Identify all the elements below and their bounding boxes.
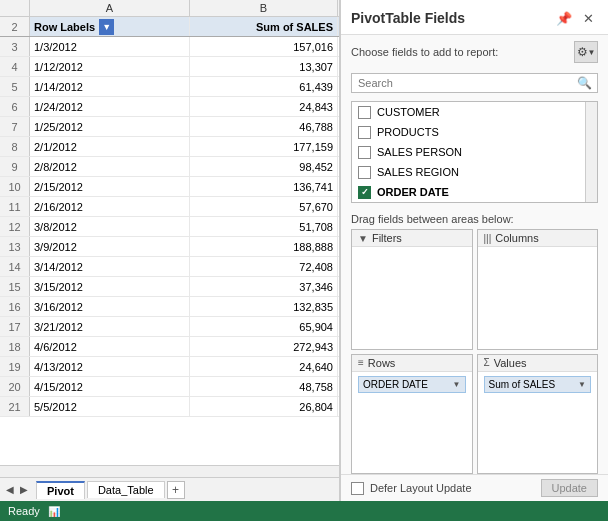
- drop-zone-columns[interactable]: ||| Columns: [477, 229, 599, 350]
- value-cell: 57,670: [190, 197, 338, 216]
- date-cell: 1/24/2012: [30, 97, 190, 116]
- row-num-cell: 10: [0, 177, 30, 196]
- value-cell: 61,439: [190, 77, 338, 96]
- row-num-cell: 14: [0, 257, 30, 276]
- table-row[interactable]: 16 3/16/2012 132,835: [0, 297, 339, 317]
- value-cell: 132,835: [190, 297, 338, 316]
- date-cell: 1/12/2012: [30, 57, 190, 76]
- date-cell: 4/13/2012: [30, 357, 190, 376]
- table-row[interactable]: 6 1/24/2012 24,843: [0, 97, 339, 117]
- drop-zone-filters[interactable]: ▼ Filters: [351, 229, 473, 350]
- drop-item[interactable]: Sum of SALES ▼: [484, 376, 592, 393]
- drop-zone-icon: |||: [484, 233, 492, 244]
- value-cell: 37,346: [190, 277, 338, 296]
- table-row[interactable]: 8 2/1/2012 177,159: [0, 137, 339, 157]
- drop-item-arrow: ▼: [578, 380, 586, 389]
- status-text: Ready: [8, 505, 40, 517]
- table-row[interactable]: 17 3/21/2012 65,904: [0, 317, 339, 337]
- value-cell: 72,408: [190, 257, 338, 276]
- pin-button[interactable]: 📌: [554, 8, 574, 28]
- table-row[interactable]: 11 2/16/2012 57,670: [0, 197, 339, 217]
- field-checkbox: ✓: [358, 186, 371, 199]
- field-item[interactable]: SALES REGION: [352, 162, 585, 182]
- drop-item-arrow: ▼: [453, 380, 461, 389]
- row-labels-cell[interactable]: Row Labels ▼: [30, 17, 190, 36]
- update-button[interactable]: Update: [541, 479, 598, 497]
- fields-scrollbar[interactable]: [585, 102, 597, 202]
- field-item[interactable]: PRODUCTS: [352, 122, 585, 142]
- date-cell: 3/21/2012: [30, 317, 190, 336]
- drop-zone-label: Columns: [495, 232, 538, 244]
- field-item[interactable]: ✓ ORDER DATE: [352, 182, 585, 202]
- date-cell: 3/16/2012: [30, 297, 190, 316]
- sheet-tab-pivot[interactable]: Pivot: [36, 481, 85, 499]
- tab-right-arrow[interactable]: ▶: [18, 484, 30, 495]
- add-sheet-button[interactable]: +: [167, 481, 185, 499]
- fields-list-wrapper: CUSTOMER PRODUCTS SALES PERSON SALES REG…: [351, 101, 598, 203]
- field-label: ORDER DATE: [377, 186, 449, 198]
- table-row[interactable]: 7 1/25/2012 46,788: [0, 117, 339, 137]
- table-row[interactable]: 21 5/5/2012 26,804: [0, 397, 339, 417]
- close-button[interactable]: ✕: [578, 8, 598, 28]
- field-item[interactable]: CUSTOMER: [352, 102, 585, 122]
- date-cell: 1/25/2012: [30, 117, 190, 136]
- table-row[interactable]: 9 2/8/2012 98,452: [0, 157, 339, 177]
- drop-item[interactable]: ORDER DATE ▼: [358, 376, 466, 393]
- search-input[interactable]: [351, 73, 598, 93]
- value-cell: 46,788: [190, 117, 338, 136]
- table-row[interactable]: 3 1/3/2012 157,016: [0, 37, 339, 57]
- table-row[interactable]: 5 1/14/2012 61,439: [0, 77, 339, 97]
- field-checkbox: [358, 166, 371, 179]
- date-cell: 2/16/2012: [30, 197, 190, 216]
- drop-zone-content: Sum of SALES ▼: [478, 372, 598, 474]
- spreadsheet: A B 2 Row Labels ▼ Sum of SALES 3 1/3/20…: [0, 0, 340, 501]
- table-row[interactable]: 12 3/8/2012 51,708: [0, 217, 339, 237]
- drop-zone-icon: Σ: [484, 357, 490, 368]
- table-row[interactable]: 14 3/14/2012 72,408: [0, 257, 339, 277]
- field-checkbox: [358, 106, 371, 119]
- gear-button[interactable]: ⚙ ▼: [574, 41, 598, 63]
- drop-zone-values[interactable]: Σ Values Sum of SALES ▼: [477, 354, 599, 475]
- row-num-cell: 18: [0, 337, 30, 356]
- table-row[interactable]: 10 2/15/2012 136,741: [0, 177, 339, 197]
- sheet-tab-data-table[interactable]: Data_Table: [87, 481, 165, 498]
- table-row[interactable]: 19 4/13/2012 24,640: [0, 357, 339, 377]
- row-num-cell: 7: [0, 117, 30, 136]
- row-labels-dropdown[interactable]: ▼: [99, 19, 114, 35]
- row-num-cell: 21: [0, 397, 30, 416]
- tab-controls: ◀ ▶: [4, 484, 30, 495]
- table-row[interactable]: 18 4/6/2012 272,943: [0, 337, 339, 357]
- tab-left-arrow[interactable]: ◀: [4, 484, 16, 495]
- drop-zone-header: ▼ Filters: [352, 230, 472, 247]
- status-bar: Ready 📊: [0, 501, 608, 521]
- drop-item-label: ORDER DATE: [363, 379, 428, 390]
- row-num-cell: 11: [0, 197, 30, 216]
- row-num-cell: 9: [0, 157, 30, 176]
- field-label: SALES PERSON: [377, 146, 462, 158]
- defer-checkbox[interactable]: [351, 482, 364, 495]
- table-row[interactable]: 13 3/9/2012 188,888: [0, 237, 339, 257]
- drag-label: Drag fields between areas below:: [341, 207, 608, 229]
- table-row[interactable]: 4 1/12/2012 13,307: [0, 57, 339, 77]
- choose-fields-label: Choose fields to add to report:: [351, 46, 498, 58]
- row-num-cell: 19: [0, 357, 30, 376]
- field-item[interactable]: SALES PERSON: [352, 142, 585, 162]
- horizontal-scrollbar[interactable]: [0, 465, 339, 477]
- row-num-cell: 13: [0, 237, 30, 256]
- date-cell: 2/1/2012: [30, 137, 190, 156]
- value-cell: 65,904: [190, 317, 338, 336]
- pivot-header-row: 2 Row Labels ▼ Sum of SALES: [0, 17, 339, 37]
- row-num-header: [0, 0, 30, 16]
- drop-zone-icon: ▼: [358, 233, 368, 244]
- sum-of-sales-header: Sum of SALES: [190, 17, 338, 36]
- fields-list: CUSTOMER PRODUCTS SALES PERSON SALES REG…: [352, 102, 585, 202]
- drop-item-label: Sum of SALES: [489, 379, 556, 390]
- pivot-panel: PivotTable Fields 📌 ✕ Choose fields to a…: [340, 0, 608, 501]
- date-cell: 3/14/2012: [30, 257, 190, 276]
- table-row[interactable]: 15 3/15/2012 37,346: [0, 277, 339, 297]
- drop-zone-header: ≡ Rows: [352, 355, 472, 372]
- value-cell: 24,843: [190, 97, 338, 116]
- row-num-cell: 12: [0, 217, 30, 236]
- table-row[interactable]: 20 4/15/2012 48,758: [0, 377, 339, 397]
- drop-zone-rows[interactable]: ≡ Rows ORDER DATE ▼: [351, 354, 473, 475]
